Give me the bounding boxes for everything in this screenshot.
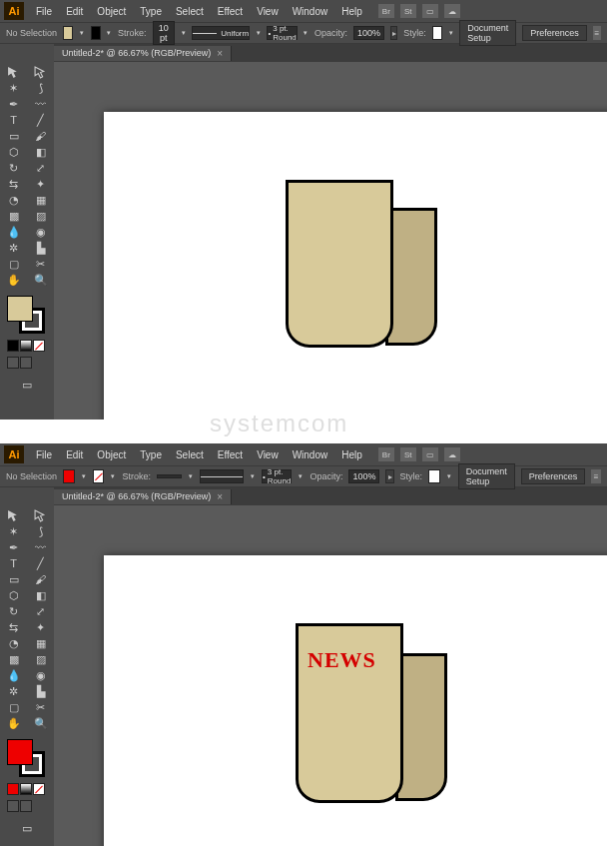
graph-tool[interactable]: ▙ bbox=[27, 240, 54, 256]
stroke-profile[interactable]: Uniform bbox=[192, 26, 250, 40]
brush-definition[interactable]: •3 pt. Round bbox=[262, 469, 292, 483]
fill-dd[interactable]: ▾ bbox=[79, 26, 84, 40]
stroke-weight-input[interactable]: 10 pt bbox=[153, 21, 176, 45]
cloud-icon[interactable]: ☁ bbox=[444, 4, 460, 18]
gradient-tool[interactable]: ▨ bbox=[27, 208, 54, 224]
slice-tool[interactable]: ✂ bbox=[27, 699, 54, 715]
shape-builder-tool[interactable]: ◔ bbox=[0, 192, 27, 208]
brush-definition[interactable]: •3 pt. Round bbox=[267, 26, 297, 40]
gradient-tool[interactable]: ▨ bbox=[27, 651, 54, 667]
gradient-mode-icon[interactable] bbox=[20, 340, 32, 352]
perspective-tool[interactable]: ▦ bbox=[27, 192, 54, 208]
slice-tool[interactable]: ✂ bbox=[27, 256, 54, 272]
stroke-swatch[interactable] bbox=[91, 26, 101, 40]
free-transform-tool[interactable]: ✦ bbox=[27, 176, 54, 192]
line-tool[interactable]: ╱ bbox=[27, 112, 54, 128]
menu-view[interactable]: View bbox=[251, 4, 285, 19]
style-dd[interactable]: ▾ bbox=[446, 469, 452, 483]
stroke-dd[interactable]: ▾ bbox=[107, 26, 112, 40]
profile-dd[interactable]: ▾ bbox=[256, 26, 261, 40]
artboard-tool[interactable]: ▢ bbox=[0, 256, 27, 272]
brush-dd[interactable]: ▾ bbox=[304, 26, 308, 40]
fill-stroke-control[interactable] bbox=[7, 296, 47, 336]
type-tool[interactable]: T bbox=[0, 555, 27, 571]
curvature-tool[interactable]: 〰 bbox=[27, 539, 54, 555]
scale-tool[interactable]: ⤢ bbox=[27, 603, 54, 619]
type-tool[interactable]: T bbox=[0, 112, 27, 128]
stroke-weight-input[interactable] bbox=[157, 474, 182, 478]
brush-dd[interactable]: ▾ bbox=[298, 469, 304, 483]
fill-color-icon[interactable] bbox=[7, 739, 33, 765]
menu-object[interactable]: Object bbox=[91, 4, 132, 19]
color-mode-icon[interactable] bbox=[7, 340, 19, 352]
width-tool[interactable]: ⇆ bbox=[0, 619, 27, 635]
color-mode-icon[interactable] bbox=[7, 783, 19, 795]
menu-help[interactable]: Help bbox=[335, 4, 368, 19]
hand-tool[interactable]: ✋ bbox=[0, 715, 27, 731]
width-tool[interactable]: ⇆ bbox=[0, 176, 27, 192]
align-icon[interactable]: ≡ bbox=[593, 26, 601, 40]
menu-object[interactable]: Object bbox=[91, 447, 132, 462]
eyedropper-tool[interactable]: 💧 bbox=[0, 224, 27, 240]
opacity-arrow[interactable]: ▸ bbox=[385, 469, 393, 483]
stock-icon[interactable]: St bbox=[400, 4, 416, 18]
line-tool[interactable]: ╱ bbox=[27, 555, 54, 571]
menu-edit[interactable]: Edit bbox=[60, 447, 89, 462]
opacity-input[interactable]: 100% bbox=[348, 469, 379, 483]
artboard-tool[interactable]: ▢ bbox=[0, 699, 27, 715]
rotate-tool[interactable]: ↻ bbox=[0, 603, 27, 619]
scale-tool[interactable]: ⤢ bbox=[27, 160, 54, 176]
stock-icon[interactable]: St bbox=[400, 447, 416, 461]
fill-swatch[interactable] bbox=[63, 26, 73, 40]
fill-swatch[interactable] bbox=[63, 469, 75, 483]
bridge-icon[interactable]: Br bbox=[378, 4, 394, 18]
selection-tool[interactable] bbox=[0, 64, 27, 80]
menu-select[interactable]: Select bbox=[170, 4, 210, 19]
canvas[interactable]: NEWS bbox=[54, 505, 607, 846]
eraser-tool[interactable]: ◧ bbox=[27, 144, 54, 160]
document-setup-button[interactable]: Document Setup bbox=[459, 20, 516, 46]
none-mode-icon[interactable] bbox=[33, 783, 45, 795]
stroke-wt-dd[interactable]: ▾ bbox=[188, 469, 194, 483]
eyedropper-tool[interactable]: 💧 bbox=[0, 667, 27, 683]
preferences-button[interactable]: Preferences bbox=[521, 468, 586, 484]
menu-file[interactable]: File bbox=[30, 447, 58, 462]
menu-file[interactable]: File bbox=[30, 4, 58, 19]
shaper-tool[interactable]: ⬡ bbox=[0, 144, 27, 160]
symbol-sprayer-tool[interactable]: ✲ bbox=[0, 683, 27, 699]
direct-selection-tool[interactable] bbox=[27, 507, 54, 523]
shaper-tool[interactable]: ⬡ bbox=[0, 587, 27, 603]
zoom-tool[interactable]: 🔍 bbox=[27, 715, 54, 731]
gradient-mode-icon[interactable] bbox=[20, 783, 32, 795]
document-tab[interactable]: Untitled-2* @ 66.67% (RGB/Preview) × bbox=[54, 489, 232, 504]
screen-mode-icon[interactable] bbox=[7, 800, 19, 812]
menu-edit[interactable]: Edit bbox=[60, 4, 89, 19]
magic-wand-tool[interactable]: ✶ bbox=[0, 80, 27, 96]
opacity-arrow[interactable]: ▸ bbox=[390, 26, 397, 40]
document-setup-button[interactable]: Document Setup bbox=[458, 463, 515, 489]
bridge-icon[interactable]: Br bbox=[378, 447, 394, 461]
curvature-tool[interactable]: 〰 bbox=[27, 96, 54, 112]
hand-tool[interactable]: ✋ bbox=[0, 272, 27, 288]
menu-type[interactable]: Type bbox=[134, 447, 168, 462]
rectangle-tool[interactable]: ▭ bbox=[0, 571, 27, 587]
menu-view[interactable]: View bbox=[251, 447, 285, 462]
style-dd[interactable]: ▾ bbox=[448, 26, 453, 40]
magic-wand-tool[interactable]: ✶ bbox=[0, 523, 27, 539]
opacity-input[interactable]: 100% bbox=[353, 26, 384, 40]
stroke-swatch[interactable] bbox=[93, 469, 105, 483]
pen-tool[interactable]: ✒ bbox=[0, 96, 27, 112]
stroke-wt-dd[interactable]: ▾ bbox=[181, 26, 186, 40]
pen-tool[interactable]: ✒ bbox=[0, 539, 27, 555]
style-swatch[interactable] bbox=[428, 469, 440, 483]
arrange-icon[interactable]: ▭ bbox=[422, 4, 438, 18]
align-icon[interactable]: ≡ bbox=[591, 469, 601, 483]
edit-toolbar-icon[interactable]: ▭ bbox=[14, 377, 41, 393]
rectangle-tool[interactable]: ▭ bbox=[0, 128, 27, 144]
perspective-tool[interactable]: ▦ bbox=[27, 635, 54, 651]
news-text[interactable]: NEWS bbox=[308, 647, 376, 673]
cloud-icon[interactable]: ☁ bbox=[444, 447, 460, 461]
arrange-icon[interactable]: ▭ bbox=[422, 447, 438, 461]
style-swatch[interactable] bbox=[432, 26, 442, 40]
menu-type[interactable]: Type bbox=[134, 4, 168, 19]
